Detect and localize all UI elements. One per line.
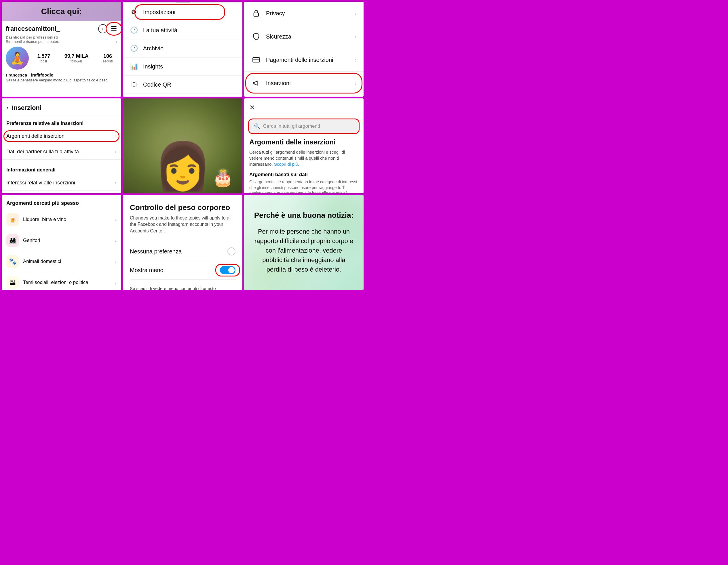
mostra-meno-label: Mostra meno (130, 267, 164, 274)
argomenti-item[interactable]: Argomenti delle inserzioni › (2, 129, 121, 144)
temi-icon: 🗳 (6, 276, 19, 289)
ad-topics-heading: Argomenti delle inserzioni (249, 138, 358, 146)
chevron-icon: › (355, 10, 357, 17)
chevron-icon: › (115, 217, 117, 223)
card-icon (251, 55, 261, 65)
menu-item-insights[interactable]: 📊 Insights (123, 58, 242, 76)
interessi-item[interactable]: Interessi relativi alle inserzioni › (2, 175, 121, 191)
cell-settings-right: Privacy › Sicurezza › Pagamenti delle in… (244, 2, 364, 97)
attivita-pub-item[interactable]: Attività pubblicitaria › (2, 191, 121, 193)
qr-icon: ⬡ (130, 81, 138, 88)
menu-item-archivio[interactable]: 🕐 Archivio (123, 39, 242, 58)
info-section-title: Informazioni generali (2, 162, 121, 175)
animali-label: Animali domestici (23, 259, 115, 265)
stat-group: 1.577 post 99,7 MILA follower 106 seguit… (33, 53, 117, 63)
click-label: Clicca qui: (41, 7, 82, 16)
profile-stats-row: 🧘 1.577 post 99,7 MILA follower 106 segu… (6, 47, 117, 70)
codice-qr-label: Codice QR (143, 81, 171, 88)
chevron-icon: › (115, 149, 117, 155)
pagamenti-item[interactable]: Pagamenti delle inserzioni › (244, 48, 364, 72)
temi-label: Temi sociali, elezioni o politica (23, 280, 115, 285)
megaphone-icon (251, 78, 261, 88)
activity-icon: 🕐 (130, 26, 138, 34)
topic-genitori[interactable]: 👨‍👩‍👧 Genitori › (2, 230, 121, 251)
ad-topics-desc: Cerca tutti gli argomenti delle inserzio… (249, 149, 358, 167)
avatar: 🧘 (6, 47, 29, 70)
privacy-label: Privacy (266, 10, 355, 17)
peso-subtitle: Changes you make to these topics will ap… (130, 215, 235, 234)
scopri-link[interactable]: Scopri di più. (274, 162, 299, 167)
cell9-headline: Perché è una buona notizia: (254, 211, 353, 220)
topic-temi-sociali[interactable]: 🗳 Temi sociali, elezioni o politica › (2, 272, 121, 290)
account-item[interactable]: Account › (244, 95, 364, 97)
menu-item-impostazioni[interactable]: ⚙ Impostazioni (123, 3, 242, 21)
genitori-label: Genitori (23, 238, 115, 244)
cell-topics-list: Argomenti cercati più spesso 🍺 Liquore, … (2, 195, 121, 290)
sicurezza-item[interactable]: Sicurezza › (244, 25, 364, 48)
chevron-icon: › (115, 280, 117, 285)
privacy-item[interactable]: Privacy › (244, 2, 364, 25)
toggle-knob (228, 267, 235, 273)
hamburger-red-circle (106, 22, 121, 36)
cell-inserzioni-settings: ‹ Inserzioni Preferenze relative alle in… (2, 98, 121, 193)
menu-item-codice-qr[interactable]: ⬡ Codice QR (123, 76, 242, 94)
chevron-icon: › (115, 180, 117, 186)
sicurezza-label: Sicurezza (266, 33, 355, 40)
archive-icon: 🕐 (130, 45, 138, 52)
search-box[interactable]: 🔍 Cerca in tutti gli argomenti (249, 120, 358, 133)
cell9-body: Per molte persone che hanno un rapporto … (253, 227, 355, 274)
username: francescamittoni_ (6, 25, 60, 33)
shield-icon (251, 31, 261, 42)
stat-followers: 99,7 MILA follower (64, 53, 89, 63)
cake-icon: 🎂 (212, 167, 234, 188)
dashboard-link[interactable]: Dashboard per professionisti Strumenti e… (6, 35, 117, 44)
option-nessuna-preferenza[interactable]: Nessuna preferenza (130, 242, 235, 261)
stat-posts: 1.577 post (37, 53, 50, 63)
option-mostra-meno[interactable]: Mostra meno (130, 261, 235, 280)
topic-animali[interactable]: 🐾 Animali domestici › (2, 251, 121, 272)
svg-rect-1 (253, 58, 259, 62)
radio-nessuna-pref[interactable] (227, 248, 235, 256)
chevron-icon: › (115, 238, 117, 244)
insights-label: Insights (143, 63, 163, 70)
topics-section-header: Argomenti cercati più spesso (2, 195, 121, 209)
animali-icon: 🐾 (6, 255, 19, 268)
interessi-label: Interessi relativi alle inserzioni (6, 180, 115, 186)
pagamenti-label: Pagamenti delle inserzioni (266, 57, 355, 63)
hamburger-menu[interactable]: ☰ (111, 25, 117, 33)
peso-note: Se scegli di vedere meno contenuti di qu… (130, 285, 235, 290)
settings-icon: ⚙ (130, 8, 138, 16)
person-figure: 👩 (154, 139, 212, 193)
impostazioni-label: Impostazioni (143, 9, 175, 16)
cell-ad-topics-search: ✕ 🔍 Cerca in tutti gli argomenti Argomen… (244, 98, 364, 193)
svg-rect-0 (254, 13, 258, 16)
inserzioni-item[interactable]: Inserzioni › (244, 72, 364, 95)
chevron-icon: › (115, 133, 117, 139)
profile-top-row: francescamittoni_ ＋ ☰ (6, 24, 117, 33)
inserzioni-label: Inserzioni (266, 80, 355, 87)
main-grid: Clicca qui: francescamittoni_ ＋ ☰ Dashbo… (0, 0, 728, 565)
back-button[interactable]: ‹ (6, 104, 8, 112)
partner-dati-label: Dati dei partner sulla tua attività (6, 149, 115, 155)
topic-liquore[interactable]: 🍺 Liquore, birra e vino › (2, 209, 121, 230)
menu-item-attivita[interactable]: 🕐 La tua attività (123, 21, 242, 39)
partner-dati-item[interactable]: Dati dei partner sulla tua attività › (2, 144, 121, 160)
liquore-label: Liquore, birra e vino (23, 217, 115, 223)
note-text-content: Se scegli di vedere meno contenuti di qu… (130, 286, 229, 290)
liquore-icon: 🍺 (6, 213, 19, 226)
peso-main-title: Controllo del peso corporeo (130, 203, 235, 212)
genitori-icon: 👨‍👩‍👧 (6, 234, 19, 247)
inserzioni-header: ‹ Inserzioni (2, 98, 121, 115)
argomenti-label: Argomenti delle inserzioni (6, 133, 115, 139)
cell-photo: 👩 🎂 (123, 98, 242, 193)
chevron-icon: › (355, 57, 357, 63)
cell-instagram-profile: Clicca qui: francescamittoni_ ＋ ☰ Dashbo… (2, 2, 121, 97)
search-placeholder-text: Cerca in tutti gli argomenti (263, 123, 320, 129)
close-button[interactable]: ✕ (249, 104, 255, 112)
menu-item-salvato[interactable]: 🔖 Salvato (123, 94, 242, 97)
inserzioni-page-title: Inserzioni (12, 104, 41, 112)
profile-name: Francesca · frafitfoodie (6, 73, 117, 77)
dashboard-text: Dashboard per professionisti (6, 35, 58, 39)
add-icon[interactable]: ＋ (98, 24, 107, 33)
mostra-meno-toggle[interactable] (220, 266, 235, 274)
